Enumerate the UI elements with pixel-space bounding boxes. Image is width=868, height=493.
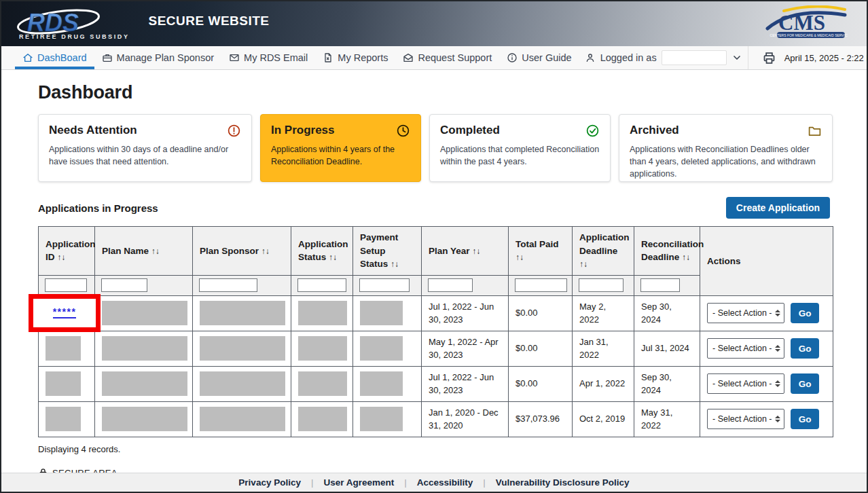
column-header-payment-setup-status[interactable]: Payment Setup Status ↑↓ bbox=[353, 227, 422, 276]
card-title: Archived bbox=[630, 124, 679, 137]
footer-link-user-agreement[interactable]: User Agreement bbox=[323, 477, 394, 488]
application-deadline-cell: Apr 1, 2022 bbox=[573, 366, 634, 401]
go-button[interactable]: Go bbox=[791, 373, 819, 394]
redacted-plan-name bbox=[102, 336, 187, 361]
redacted-plan-name bbox=[102, 301, 187, 325]
logged-in-label: Logged in as bbox=[600, 52, 657, 63]
report-icon bbox=[323, 52, 333, 63]
column-header-reconciliation-deadline[interactable]: Reconciliation Deadline ↑↓ bbox=[634, 227, 700, 276]
plan-year-cell: Jul 1, 2022 - Jun 30, 2023 bbox=[422, 295, 509, 331]
nav-item-request-support[interactable]: Request Support bbox=[395, 46, 499, 69]
rds-logo-mark: RDS bbox=[15, 8, 102, 37]
filter-application-id-input[interactable] bbox=[45, 278, 87, 292]
redacted-application-id bbox=[46, 336, 81, 361]
column-header-plan-name[interactable]: Plan Name ↑↓ bbox=[95, 227, 193, 276]
svg-text:RDS: RDS bbox=[27, 9, 79, 37]
footer-separator: | bbox=[404, 477, 407, 488]
redacted-application-id bbox=[46, 407, 81, 431]
nav-item-label: Manage Plan Sponsor bbox=[117, 52, 215, 63]
footer-link-vulnerability-disclosure[interactable]: Vulnerability Disclosure Policy bbox=[496, 477, 630, 488]
lock-icon bbox=[38, 468, 48, 473]
filter-application-deadline-input[interactable] bbox=[579, 278, 623, 292]
card-needs-attention[interactable]: Needs Attention Applications within 30 d… bbox=[38, 114, 252, 182]
sort-icon: ↑↓ bbox=[57, 253, 65, 262]
column-header-total-paid[interactable]: Total Paid ↑↓ bbox=[509, 227, 573, 276]
nav-item-manage-plan-sponsor[interactable]: Manage Plan Sponsor bbox=[94, 46, 222, 69]
redacted-payment-setup-status bbox=[360, 336, 403, 361]
print-icon[interactable] bbox=[762, 51, 776, 65]
nav-item-dashboard[interactable]: DashBoard bbox=[15, 46, 94, 69]
filter-application-status-input[interactable] bbox=[297, 278, 346, 292]
redacted-payment-setup-status bbox=[360, 301, 403, 325]
nav-item-my-rds-email[interactable]: My RDS Email bbox=[221, 46, 315, 69]
go-button[interactable]: Go bbox=[791, 338, 819, 359]
filter-plan-sponsor-input[interactable] bbox=[199, 278, 257, 292]
footer-link-privacy-policy[interactable]: Privacy Policy bbox=[238, 477, 301, 488]
column-header-application-id[interactable]: Application ID ↑↓ bbox=[39, 227, 95, 276]
table-row: May 1, 2022 - Apr 30, 2023 $0.00 Jan 31,… bbox=[39, 331, 833, 366]
column-header-plan-sponsor[interactable]: Plan Sponsor ↑↓ bbox=[193, 227, 291, 276]
chevron-down-icon bbox=[731, 52, 742, 63]
applications-table: Application ID ↑↓ Plan Name ↑↓ Plan Spon… bbox=[38, 226, 833, 437]
nav-item-label: User Guide bbox=[522, 52, 571, 63]
status-cards: Needs Attention Applications within 30 d… bbox=[38, 114, 830, 182]
redacted-payment-setup-status bbox=[360, 371, 403, 396]
go-button[interactable]: Go bbox=[791, 409, 819, 429]
filter-plan-year-input[interactable] bbox=[428, 278, 473, 292]
action-select[interactable]: - Select Action - bbox=[707, 338, 784, 359]
redacted-plan-name bbox=[102, 371, 187, 396]
action-select[interactable]: - Select Action - bbox=[707, 303, 784, 323]
support-envelope-icon bbox=[403, 52, 414, 63]
total-paid-cell: $0.00 bbox=[509, 295, 573, 331]
nav-item-my-reports[interactable]: My Reports bbox=[315, 46, 395, 69]
column-header-plan-year[interactable]: Plan Year ↑↓ bbox=[422, 227, 509, 276]
nav-item-label: My Reports bbox=[338, 52, 388, 63]
filter-reconciliation-deadline-input[interactable] bbox=[640, 278, 680, 292]
create-application-button[interactable]: Create Application bbox=[726, 197, 830, 219]
reconciliation-deadline-cell: Jul 31, 2024 bbox=[634, 331, 700, 366]
nav-item-label: Request Support bbox=[418, 52, 492, 63]
table-header-row: Application ID ↑↓ Plan Name ↑↓ Plan Spon… bbox=[39, 227, 833, 276]
go-button[interactable]: Go bbox=[791, 303, 819, 323]
card-in-progress[interactable]: In Progress Applications within 4 years … bbox=[260, 114, 421, 182]
records-count-text: Displaying 4 records. bbox=[38, 444, 830, 454]
column-header-application-status[interactable]: Application Status ↑↓ bbox=[291, 227, 353, 276]
nav-item-user-guide[interactable]: User Guide bbox=[499, 46, 579, 69]
card-completed[interactable]: Completed Applications that completed Re… bbox=[429, 114, 611, 182]
filter-payment-setup-status-input[interactable] bbox=[359, 278, 410, 292]
select-spinner-icon bbox=[775, 310, 780, 316]
total-paid-cell: $0.00 bbox=[509, 331, 573, 366]
reconciliation-deadline-cell: Sep 30, 2024 bbox=[634, 366, 700, 401]
redacted-application-id bbox=[46, 371, 81, 396]
main-content: Dashboard Needs Attention Applications w… bbox=[1, 70, 867, 473]
footer-link-accessibility[interactable]: Accessibility bbox=[417, 477, 473, 488]
card-archived[interactable]: Archived Applications with Reconciliatio… bbox=[619, 114, 833, 182]
application-id-link[interactable]: ***** bbox=[53, 307, 77, 318]
filter-total-paid-input[interactable] bbox=[515, 278, 567, 292]
redacted-application-status bbox=[298, 336, 347, 361]
sort-icon: ↑↓ bbox=[516, 253, 524, 262]
sort-icon: ↑↓ bbox=[472, 246, 480, 256]
nav-item-label: DashBoard bbox=[37, 52, 87, 63]
applications-section-header: Applications in Progress Create Applicat… bbox=[38, 197, 830, 219]
envelope-icon bbox=[229, 52, 240, 63]
application-deadline-cell: Jan 31, 2022 bbox=[573, 331, 634, 366]
reconciliation-deadline-cell: Sep 30, 2024 bbox=[634, 295, 700, 331]
card-title: In Progress bbox=[271, 124, 335, 137]
cms-logo: CMS CENTERS FOR MEDICARE & MEDICAID SERV… bbox=[761, 5, 848, 42]
sort-icon: ↑↓ bbox=[682, 253, 690, 262]
check-circle-icon bbox=[585, 124, 600, 138]
card-description: Applications within 4 years of the Recon… bbox=[271, 144, 410, 168]
select-spinner-icon bbox=[775, 345, 780, 352]
action-select[interactable]: - Select Action - bbox=[707, 373, 784, 394]
table-row: Jan 1, 2020 - Dec 31, 2020 $37,073.96 Oc… bbox=[39, 401, 833, 437]
table-row: Jul 1, 2022 - Jun 30, 2023 $0.00 Apr 1, … bbox=[39, 366, 833, 401]
card-title: Completed bbox=[440, 124, 500, 137]
secure-area-label: SECURE AREA bbox=[52, 468, 117, 473]
column-header-application-deadline[interactable]: Application Deadline ↑↓ bbox=[573, 227, 634, 276]
filter-plan-name-input[interactable] bbox=[101, 278, 147, 292]
select-spinner-icon bbox=[775, 416, 780, 422]
column-header-actions: Actions bbox=[700, 227, 833, 296]
action-select[interactable]: - Select Action - bbox=[707, 409, 784, 429]
logged-in-user-select[interactable] bbox=[662, 50, 727, 65]
